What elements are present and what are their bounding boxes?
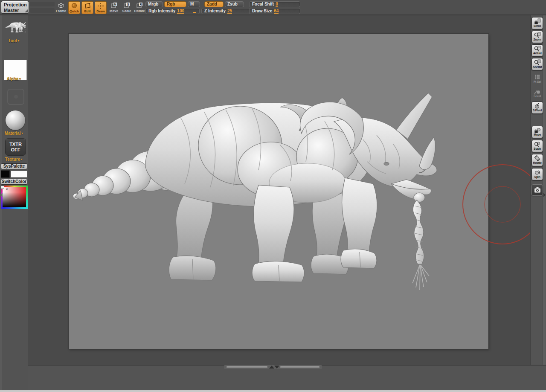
quick-button[interactable]: Quick — [68, 1, 80, 14]
top-toolbar: Projection Master Frame Quick — [0, 0, 546, 15]
edit-button[interactable]: Edit — [81, 1, 93, 14]
rgb-intensity-value: 100 — [177, 9, 184, 14]
right-shelf: Scroll Zoom Actual — [530, 15, 546, 365]
projection-master-line1: Projection — [4, 2, 27, 7]
projection-master-button[interactable]: Projection Master — [1, 1, 29, 14]
mrgb-mode-button[interactable]: Mrgb — [145, 1, 163, 7]
brush-sphere-icon — [534, 89, 541, 95]
edit-label: Edit — [82, 10, 93, 13]
projection-master-line2: Master — [4, 8, 19, 13]
spin-sphere-icon — [534, 169, 541, 175]
left-tray-toggle-arrow[interactable] — [0, 193, 3, 197]
move-gyro-button[interactable]: M Move — [108, 1, 120, 14]
secondary-color-swatch[interactable] — [11, 170, 27, 178]
actual-label: Actual — [532, 52, 543, 55]
bottom-tray-divider[interactable] — [224, 365, 322, 369]
texture-off-button[interactable]: TXTROFF — [5, 138, 26, 156]
canvas-rotate-label: Rotate — [532, 161, 543, 164]
canvas-move-button[interactable]: Move — [531, 126, 543, 138]
actual-button[interactable]: Actual — [531, 44, 543, 57]
aahalf-button[interactable]: AAHalf — [531, 58, 543, 70]
tool-palette-label[interactable]: Tool▼ — [0, 38, 28, 43]
magnifier-document-icon — [534, 46, 541, 52]
m-mode-button[interactable]: M — [188, 1, 200, 7]
canvas-rotate-button[interactable]: Rotate — [531, 154, 543, 166]
tray-open-down-arrow[interactable] — [274, 366, 279, 369]
draw-size-slider[interactable]: Draw Size64 — [249, 8, 300, 14]
rgb-intensity-slider[interactable]: Rgb Intensity100 — [145, 8, 200, 14]
magnifier-document-icon — [534, 32, 541, 38]
zoom-button[interactable]: Zoom — [531, 31, 543, 43]
zbrush-window: Projection Master Frame Quick — [0, 0, 546, 392]
canvas-region[interactable] — [28, 15, 530, 365]
frame-button[interactable]: Frame — [55, 1, 67, 14]
zsub-mode-button[interactable]: Zsub — [225, 1, 244, 7]
disabled-control-ghost — [30, 8, 55, 13]
bottom-tray — [28, 365, 546, 392]
switchcolor-button[interactable]: SwitchColor — [1, 179, 27, 185]
focal-shift-slider[interactable]: Focal Shift0 — [249, 1, 300, 7]
disabled-control-ghost — [30, 2, 55, 6]
main-color-swatch[interactable] — [1, 170, 10, 178]
zadd-label: Zadd — [207, 2, 217, 6]
spin-label: Spin — [532, 175, 543, 178]
spivot-button[interactable]: S.Pivot — [531, 102, 543, 114]
model-jaw — [391, 180, 431, 200]
current-stroke-thumbnail[interactable] — [7, 89, 24, 105]
z-intensity-value: 25 — [227, 9, 232, 14]
svg-text:M: M — [114, 3, 116, 6]
spin-button[interactable]: Spin — [531, 168, 543, 180]
rotate-gyro-button[interactable]: R Rotate — [134, 1, 145, 14]
model-braid-fray — [412, 265, 429, 290]
current-tool-thumbnail[interactable] — [5, 16, 26, 38]
quick-label: Quick — [69, 10, 80, 13]
color-cursor-marker: x — [6, 188, 8, 191]
pivot-sphere-icon — [534, 103, 541, 109]
m-label: M — [190, 2, 194, 6]
magnifier-sphere-icon — [534, 141, 541, 147]
letter-r-icon: R — [136, 2, 143, 9]
canvas-scale-label: Scale — [532, 147, 543, 150]
scale-gyro-button[interactable]: S Scale — [121, 1, 133, 14]
quad-icon — [84, 2, 91, 10]
letter-m-icon: M — [110, 2, 118, 9]
alpha-palette-label[interactable]: Alpha▼ — [0, 76, 28, 81]
z-intensity-slider[interactable]: Z Intensity25 — [201, 8, 252, 14]
local-button[interactable]: Local — [531, 88, 543, 100]
right-tray-toggle-arrow[interactable] — [543, 193, 546, 197]
sphere-icon — [70, 2, 78, 10]
slider-handle[interactable] — [193, 12, 196, 13]
snapshot-camera-button[interactable] — [531, 184, 543, 196]
material-palette-label[interactable]: Material▼ — [0, 131, 28, 136]
ptsel-button[interactable]: Pt Sel — [531, 73, 543, 86]
frame-label: Frame — [55, 9, 67, 13]
rgb-label: Rgb — [167, 2, 175, 6]
left-shelf: Tool▼ Alpha▼ Material▼ TXTROFF Texture▼ … — [0, 15, 28, 392]
syspalette-button[interactable]: SysPalette — [1, 163, 27, 169]
aahalf-label: AAHalf — [532, 65, 543, 68]
rgb-mode-button[interactable]: Rgb — [164, 1, 186, 7]
document-canvas[interactable] — [69, 34, 488, 349]
divider-grip-left[interactable] — [227, 366, 267, 368]
model-eye — [384, 163, 389, 166]
texture-palette-label[interactable]: Texture▼ — [0, 157, 28, 162]
sculpt-model[interactable] — [69, 34, 488, 349]
window-bottom-edge — [0, 390, 546, 392]
tray-open-up-arrow[interactable] — [269, 366, 274, 369]
hand-sphere-icon — [534, 127, 541, 133]
zsub-label: Zsub — [227, 2, 238, 6]
rotate-sphere-icon — [534, 155, 541, 161]
zoom-label: Zoom — [532, 38, 543, 41]
scroll-button[interactable]: Scroll — [531, 17, 543, 29]
divider-grip-right[interactable] — [280, 366, 319, 368]
scroll-label: Scroll — [532, 24, 543, 27]
z-intensity-label: Z Intensity — [204, 9, 226, 13]
saturation-value-square[interactable]: x — [3, 187, 26, 207]
move-label: Move — [108, 9, 120, 13]
draw-button[interactable]: Draw — [95, 1, 107, 14]
current-material-sphere[interactable] — [6, 110, 25, 130]
zadd-mode-button[interactable]: Zadd — [204, 1, 224, 7]
canvas-scale-button[interactable]: Scale — [531, 140, 543, 152]
right-scroll-track[interactable] — [543, 15, 546, 365]
color-picker[interactable]: x — [1, 186, 28, 209]
